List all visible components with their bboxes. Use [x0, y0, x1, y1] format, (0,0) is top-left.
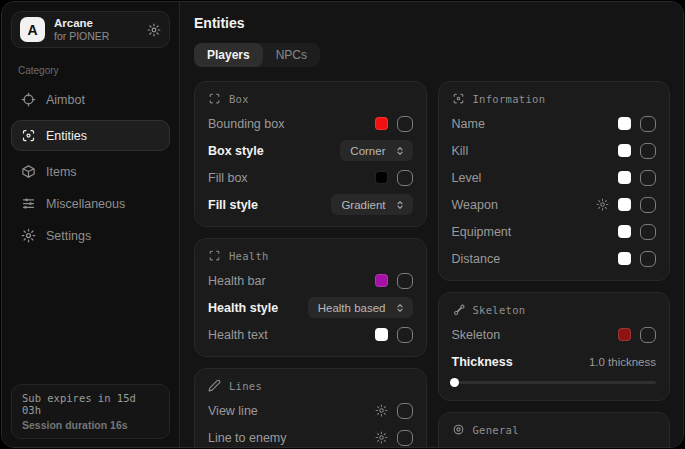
checkbox[interactable]: [397, 430, 413, 446]
box-style-dropdown[interactable]: Corner: [340, 140, 412, 161]
chevrons-up-down-icon: [394, 302, 406, 314]
panels-grid: Box Bounding box Box style Corner: [194, 81, 670, 447]
checkbox[interactable]: [640, 116, 656, 132]
row-box-style: Box style Corner: [208, 142, 413, 159]
panel-health-header: Health: [208, 249, 413, 262]
row-label: Fill style: [208, 198, 258, 212]
color-swatch[interactable]: [375, 274, 388, 287]
checkbox[interactable]: [640, 143, 656, 159]
panel-lines-header: Lines: [208, 379, 413, 392]
color-swatch[interactable]: [618, 252, 631, 265]
checkbox[interactable]: [640, 197, 656, 213]
right-column: Information Name Kill: [438, 81, 671, 447]
color-swatch[interactable]: [375, 328, 388, 341]
row-label: Distance: [452, 252, 501, 266]
row-label: Health bar: [208, 274, 266, 288]
row-label: Name: [452, 117, 485, 131]
brackets-icon: [208, 249, 221, 262]
color-swatch[interactable]: [618, 117, 631, 130]
row-label: View line: [208, 404, 258, 418]
row-weapon: Weapon: [452, 196, 657, 213]
sidebar-item-label: Aimbot: [46, 93, 85, 107]
checkbox[interactable]: [640, 251, 656, 267]
color-swatch[interactable]: [375, 171, 388, 184]
panel-health: Health Health bar Health style Health ba…: [194, 238, 427, 357]
color-swatch[interactable]: [618, 225, 631, 238]
sidebar-item-label: Entities: [46, 129, 87, 143]
checkbox[interactable]: [640, 170, 656, 186]
sidebar-item-settings[interactable]: Settings: [11, 220, 170, 251]
row-visibility-check: Visibility check: [452, 446, 657, 447]
row-level: Level: [452, 169, 657, 186]
checkbox[interactable]: [640, 327, 656, 343]
health-style-dropdown[interactable]: Health based: [308, 297, 413, 318]
checkbox[interactable]: [397, 116, 413, 132]
row-settings-icon[interactable]: [375, 431, 388, 444]
tab-group: Players NPCs: [194, 43, 320, 67]
slider-thumb[interactable]: [450, 378, 459, 387]
color-swatch[interactable]: [618, 171, 631, 184]
row-settings-icon[interactable]: [375, 404, 388, 417]
slider-track: [452, 381, 657, 384]
main-content: Entities Players NPCs Box Bounding box: [180, 2, 683, 447]
app-logo: A: [20, 17, 45, 42]
pencil-icon: [208, 379, 221, 392]
row-label: Box style: [208, 144, 264, 158]
color-swatch[interactable]: [618, 198, 631, 211]
row-label: Line to enemy: [208, 431, 287, 445]
brand-text: Arcane for PIONER: [54, 17, 109, 42]
row-distance: Distance: [452, 250, 657, 267]
sidebar-item-aimbot[interactable]: Aimbot: [11, 84, 170, 115]
row-skeleton: Skeleton: [452, 326, 657, 343]
checkbox[interactable]: [640, 447, 656, 448]
checkbox[interactable]: [397, 327, 413, 343]
panel-skeleton-header: Skeleton: [452, 303, 657, 316]
brand-settings-icon[interactable]: [147, 23, 161, 37]
sidebar-item-label: Items: [46, 165, 77, 179]
crosshair-icon: [21, 92, 36, 107]
row-settings-icon[interactable]: [596, 198, 609, 211]
page-title: Entities: [194, 15, 670, 31]
row-equipment: Equipment: [452, 223, 657, 240]
panel-title: Lines: [229, 380, 262, 392]
sidebar-item-entities[interactable]: Entities: [11, 120, 170, 151]
brackets-icon: [208, 92, 221, 105]
color-swatch[interactable]: [618, 328, 631, 341]
subscription-card: Sub expires in 15d 03h Session duration …: [11, 384, 170, 439]
entities-scan-icon: [21, 128, 36, 143]
panel-title: Health: [229, 250, 269, 262]
row-label: Equipment: [452, 225, 512, 239]
sub-expiry-text: Sub expires in 15d 03h: [22, 392, 159, 416]
fill-style-dropdown[interactable]: Gradient: [331, 194, 412, 215]
thickness-slider[interactable]: [452, 378, 657, 387]
sidebar-item-label: Settings: [46, 229, 91, 243]
left-column: Box Bounding box Box style Corner: [194, 81, 427, 447]
row-label: Fill box: [208, 171, 248, 185]
sidebar-item-items[interactable]: Items: [11, 156, 170, 187]
panel-title: Skeleton: [473, 304, 526, 316]
brand-card: A Arcane for PIONER: [11, 11, 170, 48]
checkbox[interactable]: [397, 273, 413, 289]
tab-npcs[interactable]: NPCs: [263, 43, 320, 67]
panel-title: General: [473, 424, 519, 436]
checkbox[interactable]: [397, 170, 413, 186]
sidebar-item-miscellaneous[interactable]: Miscellaneous: [11, 188, 170, 219]
chevrons-up-down-icon: [394, 199, 406, 211]
bone-icon: [452, 303, 465, 316]
panel-title: Information: [473, 93, 546, 105]
row-label: Thickness: [452, 355, 513, 369]
panel-information-header: Information: [452, 92, 657, 105]
panel-title: Box: [229, 93, 249, 105]
tab-players[interactable]: Players: [194, 43, 263, 67]
app-window: A Arcane for PIONER Category Aimbot Enti…: [1, 1, 684, 448]
dropdown-value: Gradient: [341, 199, 385, 211]
panel-skeleton: Skeleton Skeleton Thickness 1.0 thicknes…: [438, 292, 671, 401]
checkbox[interactable]: [397, 403, 413, 419]
color-swatch[interactable]: [618, 144, 631, 157]
row-health-style: Health style Health based: [208, 299, 413, 316]
sidebar: A Arcane for PIONER Category Aimbot Enti…: [2, 2, 180, 447]
color-swatch[interactable]: [375, 117, 388, 130]
panel-information: Information Name Kill: [438, 81, 671, 281]
row-label: Health text: [208, 328, 268, 342]
checkbox[interactable]: [640, 224, 656, 240]
